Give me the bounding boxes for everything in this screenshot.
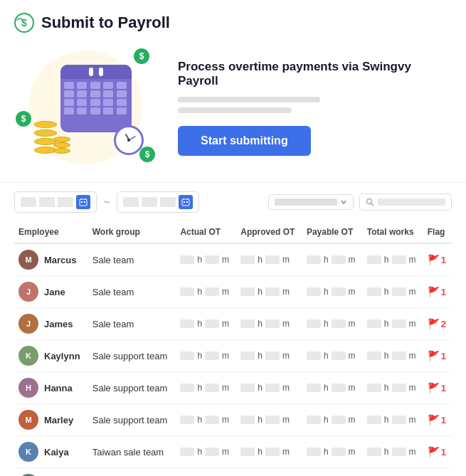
svg-rect-2 [80, 199, 87, 206]
workgroup-cell: Sale support team [88, 404, 176, 436]
workgroup-cell: Taiwan sale team [88, 468, 176, 477]
hero-section: $ $ $ Process overtime payments via Swin… [0, 40, 466, 182]
flag-cell: 🚩1 [423, 468, 452, 477]
actual-ot-cell: hm [176, 276, 236, 308]
table-header-row: Employee Work group Actual OT Approved O… [14, 221, 452, 243]
money-stack-2 [53, 137, 70, 154]
flag-count: 1 [441, 255, 446, 265]
employee-cell: J Jane [14, 276, 88, 308]
svg-rect-11 [186, 201, 188, 203]
actual-ot-cell: hm [176, 243, 236, 276]
hero-line-1 [178, 97, 320, 102]
hero-content: Process overtime payments via Swingvy Pa… [178, 60, 452, 156]
flag-cell: 🚩1 [423, 372, 452, 404]
employee-name: Marley [44, 415, 73, 425]
employee-cell: M Marley [14, 404, 88, 436]
col-employee: Employee [14, 221, 88, 243]
payable-ot-cell: hm [302, 308, 363, 340]
table-row[interactable]: K Kaiya Taiwan sale teamhmhmhmhm🚩1 [14, 436, 452, 468]
employee-name: Hanna [44, 383, 73, 393]
workgroup-cell: Taiwan sale team [88, 436, 176, 468]
flag-cell: 🚩2 [423, 308, 452, 340]
flag-count: 1 [441, 415, 446, 425]
flag-count: 2 [441, 319, 446, 329]
workgroup-dropdown[interactable] [268, 194, 354, 210]
col-payable-ot: Payable OT [302, 221, 363, 243]
workgroup-cell: Sale support team [88, 340, 176, 372]
flag-count: 1 [441, 447, 446, 458]
employee-cell: K Kaiya [14, 436, 88, 468]
payable-ot-cell: hm [302, 276, 363, 308]
col-flag: Flag [423, 221, 452, 243]
avatar: K [18, 442, 38, 462]
flag-icon: 🚩 [428, 350, 440, 361]
table-row[interactable]: J Jane Sale teamhmhmhmhm🚩1 [14, 276, 452, 308]
table-row[interactable]: E Emery Taiwan sale teamhmhmhmhm🚩1 [14, 468, 452, 477]
search-icon [366, 198, 374, 206]
payable-ot-cell: hm [302, 340, 363, 372]
employee-cell: H Hanna [14, 372, 88, 404]
approved-ot-cell: hm [236, 308, 302, 340]
table-row[interactable]: K Kaylynn Sale support teamhmhmhmhm🚩1 [14, 340, 452, 372]
employee-cell: M Marcus [14, 243, 88, 276]
total-works-cell: hm [363, 404, 423, 436]
workgroup-cell: Sale support team [88, 372, 176, 404]
svg-line-13 [371, 203, 374, 206]
date-range-separator: ~ [102, 196, 111, 208]
actual-ot-cell: hm [176, 404, 236, 436]
hero-illustration: $ $ $ [14, 47, 164, 168]
approved-ot-cell: hm [236, 468, 302, 477]
employee-cell: E Emery [14, 468, 88, 477]
flag-cell: 🚩1 [423, 276, 452, 308]
col-workgroup: Work group [88, 221, 176, 243]
svg-text:$: $ [21, 17, 27, 28]
page-header: $ Submit to Payroll [0, 0, 466, 40]
table-row[interactable]: M Marley Sale support teamhmhmhmhm🚩1 [14, 404, 452, 436]
payable-ot-cell: hm [302, 243, 363, 276]
payable-ot-cell: hm [302, 404, 363, 436]
approved-ot-cell: hm [236, 243, 302, 276]
date-from-calendar-button[interactable] [76, 195, 90, 209]
actual-ot-cell: hm [176, 340, 236, 372]
flag-cell: 🚩1 [423, 243, 452, 276]
date-to-calendar-button[interactable] [179, 195, 193, 209]
total-works-cell: hm [363, 468, 423, 477]
table-row[interactable]: H Hanna Sale support teamhmhmhmhm🚩1 [14, 372, 452, 404]
payable-ot-cell: hm [302, 436, 363, 468]
employee-name: James [44, 319, 73, 329]
date-from-input[interactable] [14, 191, 97, 213]
employees-table: Employee Work group Actual OT Approved O… [0, 221, 466, 476]
dollar-badge-left: $ [16, 111, 31, 127]
payable-ot-cell: hm [302, 372, 363, 404]
approved-ot-cell: hm [236, 276, 302, 308]
dollar-badge-top: $ [134, 48, 149, 64]
col-total-works: Total works [363, 221, 423, 243]
flag-icon: 🚩 [428, 382, 440, 393]
table-row[interactable]: M Marcus Sale teamhmhmhmhm🚩1 [14, 243, 452, 276]
total-works-cell: hm [363, 276, 423, 308]
employee-name: Marcus [44, 255, 77, 265]
payable-ot-cell: hm [302, 468, 363, 477]
flag-cell: 🚩1 [423, 340, 452, 372]
svg-rect-10 [184, 201, 185, 203]
actual-ot-cell: hm [176, 468, 236, 477]
avatar: K [18, 346, 38, 366]
approved-ot-cell: hm [236, 340, 302, 372]
table-row[interactable]: J James Sale teamhmhmhmhm🚩2 [14, 308, 452, 340]
clock-icon [114, 125, 144, 155]
approved-ot-cell: hm [236, 372, 302, 404]
col-actual-ot: Actual OT [176, 221, 236, 243]
date-to-input[interactable] [117, 191, 199, 213]
flag-icon: 🚩 [428, 254, 440, 265]
employee-cell: J James [14, 308, 88, 340]
total-works-cell: hm [363, 340, 423, 372]
search-input[interactable] [359, 194, 452, 211]
payroll-icon: $ [14, 13, 34, 33]
employee-name: Kaiya [44, 447, 69, 458]
workgroup-cell: Sale team [88, 243, 176, 276]
page-title: Submit to Payroll [41, 14, 170, 32]
actual-ot-cell: hm [176, 372, 236, 404]
coin [34, 121, 57, 128]
total-works-cell: hm [363, 436, 423, 468]
start-submitting-button[interactable]: Start submitting [178, 126, 311, 156]
